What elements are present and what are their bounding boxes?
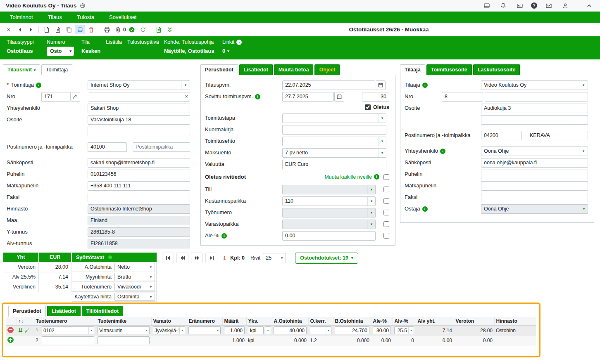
close-icon[interactable]: × bbox=[3, 24, 14, 35]
delivery-method-select[interactable]: ▾ bbox=[282, 113, 386, 123]
col-header[interactable]: B.Ostohinta bbox=[333, 317, 371, 326]
tab-row-perustiedot[interactable]: Perustiedot bbox=[8, 306, 46, 317]
buyer-select[interactable]: Oona Ohje▾ bbox=[481, 204, 588, 214]
tab-row-lisatiedot[interactable]: Lisätiedot bbox=[47, 306, 81, 316]
open-document-icon[interactable] bbox=[52, 24, 63, 35]
menu-tilaus[interactable]: Tilaus bbox=[40, 12, 69, 23]
discount-apply-checkbox[interactable] bbox=[383, 233, 389, 239]
coefficient-select[interactable]: ▾ bbox=[310, 326, 331, 334]
tuotenumero-select[interactable]: Viivakoodi▾ bbox=[114, 283, 155, 291]
col-header[interactable]: Veroton bbox=[454, 317, 494, 326]
product-number-input[interactable] bbox=[42, 336, 94, 344]
col-header[interactable]: Alv yht. bbox=[416, 317, 454, 326]
info-icon[interactable]: i bbox=[422, 83, 428, 88]
col-header[interactable]: Alv-% bbox=[393, 317, 416, 326]
user-icon[interactable] bbox=[560, 0, 570, 11]
attachments-paperclip-icon[interactable] bbox=[113, 24, 123, 35]
approve-check-icon[interactable] bbox=[127, 24, 137, 35]
supplier-address1-input[interactable] bbox=[88, 115, 190, 125]
links-dropdown[interactable]: 0▾ bbox=[222, 48, 242, 54]
collapse-chevron-icon[interactable] bbox=[584, 0, 594, 11]
info-icon[interactable]: i bbox=[440, 149, 445, 154]
print-target-value[interactable]: Näytölle, Ostotilaus bbox=[164, 48, 214, 54]
fast-back-icon[interactable] bbox=[176, 253, 188, 263]
add-row-icon[interactable] bbox=[7, 337, 14, 343]
email-icon[interactable] bbox=[543, 0, 554, 11]
unit-select-button[interactable]: ▾ bbox=[265, 326, 271, 334]
supplier-fax-input[interactable] bbox=[88, 193, 190, 202]
sort-header[interactable]: ↑↓ bbox=[17, 317, 34, 326]
remove-row-icon[interactable] bbox=[7, 327, 14, 333]
col-header[interactable]: A.Ostohinta bbox=[272, 317, 308, 326]
tab-perustiedot[interactable]: Perustiedot bbox=[200, 64, 238, 75]
discount-input[interactable] bbox=[282, 231, 376, 241]
save-icon[interactable] bbox=[75, 25, 85, 34]
currency-input[interactable] bbox=[282, 160, 386, 169]
unit-input[interactable] bbox=[248, 326, 264, 334]
payment-terms-select[interactable]: 7 pv netto▾ bbox=[282, 148, 386, 158]
kaytettava-hinta-select[interactable]: Ostohinta▾ bbox=[114, 293, 155, 301]
customer-email-input[interactable] bbox=[481, 158, 588, 168]
refresh-icon[interactable] bbox=[138, 24, 148, 35]
page-size-select[interactable]: 25▾ bbox=[263, 253, 286, 263]
customer-input[interactable] bbox=[481, 80, 579, 90]
import-rows-icon[interactable] bbox=[165, 24, 175, 35]
info-icon[interactable]: i bbox=[36, 83, 41, 88]
menu-sovellukset[interactable]: Sovellukset bbox=[102, 12, 144, 23]
vat-percent-select[interactable]: 25.5▾ bbox=[394, 326, 414, 334]
customer-city-input[interactable] bbox=[527, 131, 588, 140]
menu-toiminnot[interactable]: Toiminnot bbox=[2, 12, 40, 23]
product-name-select[interactable]: Virtasuutin▾ bbox=[98, 326, 150, 334]
order-date-input[interactable] bbox=[282, 80, 375, 90]
customer-address2-input[interactable] bbox=[481, 115, 588, 125]
account-apply-checkbox[interactable] bbox=[383, 187, 389, 192]
col-header[interactable]: Eränumero bbox=[187, 317, 222, 326]
delivery-terms-select[interactable]: ▾ bbox=[282, 137, 386, 146]
a-ostohinta-select[interactable]: Netto▾ bbox=[114, 263, 155, 271]
tab-laskutusosoite[interactable]: Laskutusosoite bbox=[473, 64, 520, 75]
cost-center-select[interactable]: 110▾ bbox=[282, 196, 376, 206]
menu-tulosta[interactable]: Tulosta bbox=[69, 12, 102, 23]
copy-icon[interactable] bbox=[64, 24, 74, 35]
supplier-postcode-input[interactable] bbox=[88, 142, 127, 152]
apply-all-checkbox[interactable] bbox=[383, 174, 389, 180]
cost-center-apply-checkbox[interactable] bbox=[383, 198, 389, 204]
previous-record-icon[interactable] bbox=[14, 24, 25, 35]
customer-phone-input[interactable] bbox=[481, 170, 588, 179]
gross-purchase-price-input[interactable] bbox=[274, 326, 307, 334]
col-header[interactable]: Varasto bbox=[151, 317, 187, 326]
waybill-input[interactable] bbox=[282, 125, 386, 135]
chevron-down-icon[interactable]: ▾ bbox=[579, 147, 588, 156]
warehouse-apply-checkbox[interactable] bbox=[383, 221, 389, 227]
help-icon[interactable]: ? bbox=[531, 2, 537, 9]
col-header[interactable]: Hinnasto bbox=[494, 317, 536, 326]
product-name-input[interactable] bbox=[98, 336, 150, 344]
fast-forward-icon[interactable] bbox=[191, 253, 203, 263]
delivery-days-input[interactable] bbox=[362, 92, 389, 102]
batch-number-select[interactable]: ▾ bbox=[188, 326, 221, 334]
discount-percent-input[interactable] bbox=[373, 326, 391, 334]
supplier-mobile-input[interactable] bbox=[88, 181, 190, 191]
tab-tilausrivit[interactable]: Tilausrivit▾ bbox=[3, 64, 40, 75]
last-page-icon[interactable] bbox=[205, 253, 217, 263]
delete-icon[interactable] bbox=[86, 24, 96, 35]
delivery-date-input[interactable] bbox=[282, 92, 334, 102]
col-header[interactable]: Tuotenimike bbox=[96, 317, 151, 326]
customer-fax-input[interactable] bbox=[481, 193, 588, 202]
next-record-icon[interactable] bbox=[26, 24, 36, 35]
calendar-icon[interactable] bbox=[334, 92, 344, 102]
col-header[interactable]: O.kerr. bbox=[308, 317, 333, 326]
print-icon[interactable] bbox=[102, 24, 112, 35]
tab-toimittaja[interactable]: Toimittaja bbox=[41, 64, 72, 75]
work-number-apply-checkbox[interactable] bbox=[383, 210, 389, 215]
supplier-email-input[interactable] bbox=[88, 158, 190, 168]
work-number-select[interactable]: ▾ bbox=[282, 208, 376, 217]
report-document-icon[interactable] bbox=[154, 24, 164, 35]
supplier-input[interactable] bbox=[88, 80, 181, 90]
chevron-down-icon[interactable]: ▾ bbox=[579, 80, 588, 90]
col-header[interactable]: Yks. bbox=[246, 317, 272, 326]
info-icon[interactable]: i bbox=[374, 174, 379, 180]
info-icon[interactable]: i bbox=[236, 40, 242, 45]
tab-toimitusosoite[interactable]: Toimitusosoite bbox=[426, 64, 472, 75]
supplier-search-input[interactable] bbox=[89, 92, 190, 102]
